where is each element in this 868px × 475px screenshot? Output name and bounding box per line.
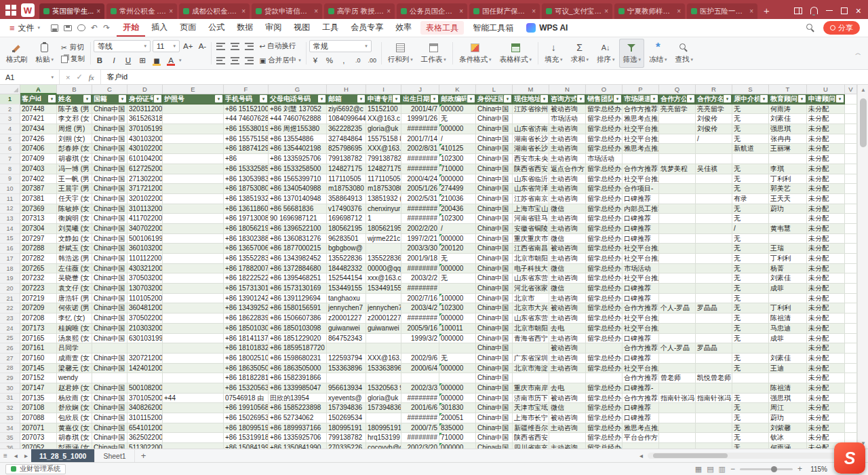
cell[interactable]: 罗晶晶: [696, 343, 732, 354]
cell[interactable]: 蔚玏: [769, 204, 807, 214]
cell[interactable]: +86 13439252: [224, 303, 269, 314]
cell[interactable]: 任天宇 (女: [57, 194, 92, 204]
cell[interactable]: [696, 234, 732, 244]
cell[interactable]: +86 15332585: [224, 164, 269, 174]
cell[interactable]: 王瑞: [769, 244, 807, 254]
cell[interactable]: 117110505: [366, 174, 401, 185]
cell[interactable]: 153449155: [366, 284, 401, 294]
cell[interactable]: 2000/6/4: [401, 364, 439, 374]
cell[interactable]: 未分配: [807, 264, 845, 274]
cell[interactable]: 157394836: [327, 403, 366, 413]
cell[interactable]: 合作方推荐: [623, 303, 659, 314]
row-number[interactable]: 30: [0, 383, 20, 394]
cell[interactable]: ########: [401, 214, 439, 224]
cell[interactable]: China中国: [476, 364, 513, 374]
cell[interactable]: 207448: [20, 104, 57, 115]
filter-dropdown-button[interactable]: ▾: [540, 95, 548, 102]
cell[interactable]: 丁利利: [769, 174, 807, 185]
header-cell[interactable]: 原中介机构▾: [732, 94, 769, 104]
cell[interactable]: 000000: [439, 394, 476, 404]
column-letter-R[interactable]: R: [696, 85, 732, 94]
filter-dropdown-button[interactable]: ▾: [215, 95, 222, 102]
cell[interactable]: 主动咨询: [549, 443, 586, 449]
ribbon-collapse-icon[interactable]: ︿: [851, 49, 865, 58]
cell[interactable]: 102300: [439, 214, 476, 224]
confirm-entry-icon[interactable]: ✓: [76, 73, 82, 81]
font-size-select[interactable]: 11▾: [153, 40, 180, 52]
cell[interactable]: 唐浩轩 (男: [57, 294, 92, 304]
cell[interactable]: 未分配: [807, 403, 845, 413]
cell[interactable]: 梁馨元 (女: [57, 364, 92, 374]
cell[interactable]: 1: [366, 214, 401, 224]
document-tab[interactable]: 高学历 教授.xlsx×: [324, 3, 395, 19]
cell[interactable]: 未分配: [807, 114, 845, 124]
cell[interactable]: 90 1696987121: [269, 214, 327, 224]
cell[interactable]: 310115200302212255: [127, 413, 163, 423]
cell[interactable]: [439, 284, 476, 294]
cell[interactable]: 153449155: [327, 284, 366, 294]
freeze-button[interactable]: * 冻结▾: [646, 39, 671, 68]
cell[interactable]: +86 18002510: [224, 354, 269, 364]
cell[interactable]: 北京市: [513, 294, 549, 304]
cell[interactable]: [163, 254, 224, 264]
cell[interactable]: 蔚玏: [769, 413, 807, 423]
cell[interactable]: [696, 334, 732, 344]
cell[interactable]: [732, 383, 769, 394]
cell[interactable]: 主动咨询: [549, 214, 586, 224]
cell[interactable]: 1999/1/26: [401, 114, 439, 124]
cell[interactable]: +86 1863505000: [269, 364, 327, 374]
cell[interactable]: 主动咨询: [549, 314, 586, 324]
cell[interactable]: 无: [732, 303, 769, 314]
cell[interactable]: 799138782: [327, 433, 366, 443]
cell[interactable]: 成菲: [769, 334, 807, 344]
insert-function-icon[interactable]: fx: [89, 73, 94, 81]
cell[interactable]: 000000: [439, 314, 476, 324]
cell[interactable]: 社交平台推广: [623, 314, 659, 324]
cell[interactable]: 未分配: [807, 314, 845, 324]
close-tab-icon[interactable]: ×: [169, 7, 173, 15]
cell[interactable]: [586, 343, 623, 354]
cell[interactable]: 340702200202202520: [127, 224, 163, 234]
row-number[interactable]: 15: [0, 234, 20, 244]
cell[interactable]: 电子科技大: [513, 264, 549, 274]
cell[interactable]: [659, 214, 696, 224]
header-cell[interactable]: 市场渠道▾: [623, 94, 659, 104]
cell[interactable]: China中国: [476, 144, 513, 154]
cell[interactable]: 100000: [439, 294, 476, 304]
cell[interactable]: 吴佳祺: [696, 164, 732, 174]
cell[interactable]: 000000: [439, 383, 476, 394]
cell[interactable]: [696, 264, 732, 274]
cell[interactable]: 何雨涛: [769, 104, 807, 115]
cell[interactable]: 未分配: [807, 134, 845, 145]
cell[interactable]: [769, 373, 807, 383]
document-tab[interactable]: 宁夏教师样本.xlsx×: [614, 3, 685, 19]
scroll-left-icon[interactable]: ◂: [636, 452, 646, 459]
cell[interactable]: 北京市大兴: [513, 303, 549, 314]
zoom-slider[interactable]: [740, 468, 793, 470]
cell[interactable]: 山东省临沂: [513, 174, 549, 185]
cell[interactable]: [732, 373, 769, 383]
cell[interactable]: 无: [439, 273, 476, 284]
row-number[interactable]: 28: [0, 364, 20, 374]
cell[interactable]: 社交平台推广: [623, 244, 659, 254]
cell[interactable]: 无: [732, 134, 769, 145]
sort-button[interactable]: A↓ 排序▾: [593, 39, 618, 68]
row-number[interactable]: 27: [0, 354, 20, 364]
cell[interactable]: +86 1573130169: [269, 284, 327, 294]
cell[interactable]: [769, 214, 807, 224]
cell[interactable]: 207208: [20, 314, 57, 324]
cell[interactable]: 留学总经办: [586, 364, 623, 374]
cell[interactable]: 500106199702210321: [127, 234, 163, 244]
cell[interactable]: 主动咨询: [549, 134, 586, 145]
cell[interactable]: China中国: [92, 403, 127, 413]
row-number[interactable]: 2: [0, 104, 20, 115]
empty-cell[interactable]: [845, 244, 857, 254]
cell[interactable]: 207152: [20, 373, 57, 383]
cell[interactable]: 124827175: [327, 164, 366, 174]
cell[interactable]: [659, 114, 696, 124]
cell[interactable]: China中国: [476, 194, 513, 204]
new-document-tab-button[interactable]: +: [760, 5, 774, 16]
cell[interactable]: 留学总经办: [586, 184, 623, 194]
cell[interactable]: China中国: [92, 114, 127, 124]
header-cell[interactable]: 申请专用▾: [366, 94, 401, 104]
